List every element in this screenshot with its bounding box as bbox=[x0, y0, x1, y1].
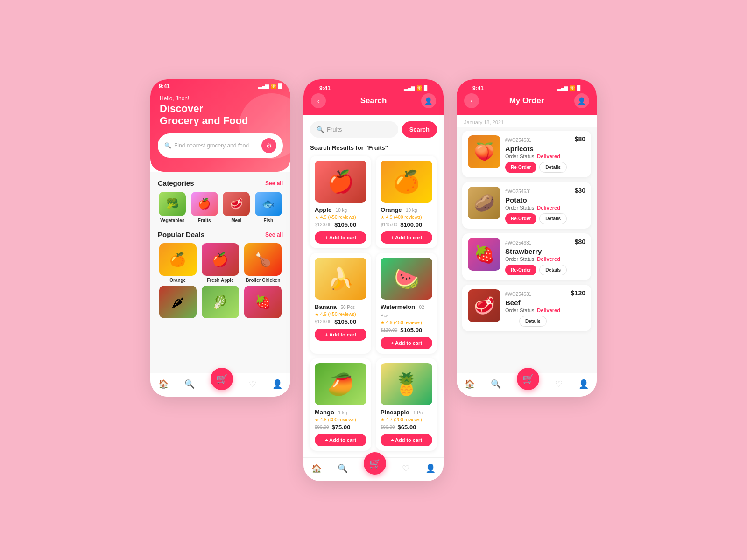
popular-orange[interactable]: 🍊 Orange bbox=[158, 243, 197, 283]
search-body: 🔍 Fruits Search Search Results for "Frui… bbox=[303, 115, 444, 457]
categories-grid: 🥦 Vegetables 🍎 Fruits 🥩 Meal 🐟 Fish bbox=[158, 192, 283, 223]
product-img-pineapple: 🍍 bbox=[381, 363, 432, 405]
order-profile-button[interactable]: 👤 bbox=[574, 93, 589, 108]
nav-wishlist-1[interactable]: ♡ bbox=[249, 379, 256, 389]
categories-header: Categories See all bbox=[158, 179, 283, 187]
nav-wishlist-2[interactable]: ♡ bbox=[402, 463, 409, 474]
signal-icon-3: ▂▄▆ bbox=[557, 85, 568, 91]
nav-cart-2[interactable]: 🛒 bbox=[364, 452, 386, 475]
nav-profile-1[interactable]: 👤 bbox=[272, 379, 282, 389]
nav-cart-3[interactable]: 🛒 bbox=[517, 368, 539, 390]
order-name-strawberry: Strawberry bbox=[505, 247, 585, 255]
details-strawberry[interactable]: Details bbox=[539, 265, 567, 275]
nav-home-2[interactable]: 🏠 bbox=[311, 463, 322, 474]
product-rating-orange: ★ 4.9 (400 reviews) bbox=[381, 215, 432, 220]
wifi-icon-3: 🛜 bbox=[570, 85, 575, 91]
filter-button[interactable]: ⚙ bbox=[261, 138, 276, 153]
popular-cabbage[interactable]: 🥬 bbox=[200, 286, 240, 320]
category-fruits[interactable]: 🍎 Fruits bbox=[190, 192, 219, 223]
add-cart-mango[interactable]: + Add to cart bbox=[315, 434, 366, 446]
product-watermelon: 🍉 Watermelon 02 Pcs ★ 4.9 (450 reviews) … bbox=[376, 253, 437, 354]
reorder-apricots[interactable]: Re-Order bbox=[505, 162, 536, 173]
category-label-meat: Meal bbox=[231, 218, 241, 223]
profile-icon-2: 👤 bbox=[424, 97, 432, 105]
search-input-value: Fruits bbox=[327, 126, 342, 133]
details-potato[interactable]: Details bbox=[539, 213, 567, 224]
signal-icon-2: ▂▄▆ bbox=[404, 85, 415, 91]
product-rating-mango: ★ 4.8 (300 reviews) bbox=[315, 417, 366, 422]
product-img-orange: 🍊 bbox=[381, 161, 432, 203]
add-cart-watermelon[interactable]: + Add to cart bbox=[381, 337, 432, 349]
heart-icon-3: ♡ bbox=[555, 379, 563, 389]
popular-chicken[interactable]: 🍗 Broiler Chicken bbox=[243, 243, 283, 283]
status-bar-3: 9:41 ▂▄▆ 🛜 ▉ bbox=[464, 81, 589, 93]
search-input-box[interactable]: 🔍 Fruits bbox=[310, 121, 398, 138]
back-icon-2: ‹ bbox=[317, 97, 320, 105]
product-rating-watermelon: ★ 4.9 (450 reviews) bbox=[381, 320, 432, 325]
product-img-apple: 🍎 bbox=[315, 161, 366, 203]
home-header: 9:41 ▂▄▆ 🛜 ▉ Hello, Jhon! Discover Groce… bbox=[150, 79, 290, 172]
order-price-beef: $120 bbox=[571, 289, 585, 297]
battery-icon: ▉ bbox=[278, 84, 282, 89]
search-profile-button[interactable]: 👤 bbox=[421, 93, 436, 108]
popular-strawberry[interactable]: 🍓 bbox=[243, 286, 283, 320]
order-info-potato: #WO254631 $30 Potato Order Status Delive… bbox=[505, 187, 585, 224]
search-placeholder: Find nearest grocery and food bbox=[174, 142, 249, 149]
popular-label-chicken: Broiler Chicken bbox=[246, 278, 280, 283]
order-img-apricots: 🍑 bbox=[468, 135, 500, 168]
search-input-row: 🔍 Fruits Search bbox=[310, 121, 437, 138]
search-icon-small: 🔍 bbox=[164, 142, 171, 149]
reorder-strawberry[interactable]: Re-Order bbox=[505, 265, 536, 275]
nav-home-3[interactable]: 🏠 bbox=[465, 379, 475, 389]
order-card-apricots: 🍑 #WO254631 $80 Apricots Order Status De… bbox=[462, 131, 591, 177]
signal-icon: ▂▄▆ bbox=[258, 84, 269, 89]
product-mango: 🥭 Mango 1 kg ★ 4.8 (300 reviews) $90.00 … bbox=[310, 358, 371, 451]
reorder-potato[interactable]: Re-Order bbox=[505, 213, 536, 224]
order-back-button[interactable]: ‹ bbox=[464, 93, 479, 108]
popular-see-all[interactable]: See all bbox=[265, 231, 283, 238]
add-cart-banana[interactable]: + Add to cart bbox=[315, 329, 366, 341]
product-apple: 🍎 Apple 10 kg ★ 4.9 (450 reviews) $120.0… bbox=[310, 156, 371, 248]
order-price-strawberry: $80 bbox=[575, 238, 585, 245]
greeting: Hello, Jhon! bbox=[160, 95, 281, 102]
home-icon-2: 🏠 bbox=[311, 463, 322, 474]
status-icons-3: ▂▄▆ 🛜 ▉ bbox=[557, 85, 581, 91]
add-cart-orange[interactable]: + Add to cart bbox=[381, 231, 432, 244]
search-bar-left: 🔍 Find nearest grocery and food bbox=[164, 142, 249, 149]
details-beef[interactable]: Details bbox=[519, 316, 547, 327]
nav-wishlist-3[interactable]: ♡ bbox=[555, 379, 563, 389]
product-name-watermelon: Watermelon 02 Pcs bbox=[381, 302, 432, 319]
home-search-bar[interactable]: 🔍 Find nearest grocery and food ⚙ bbox=[158, 133, 283, 158]
home-icon-1: 🏠 bbox=[158, 379, 169, 389]
battery-icon-2: ▉ bbox=[424, 85, 428, 91]
search-button[interactable]: Search bbox=[402, 121, 437, 138]
popular-peppers[interactable]: 🌶 bbox=[158, 286, 197, 320]
nav-search-3[interactable]: 🔍 bbox=[491, 379, 501, 389]
popular-img-chicken: 🍗 bbox=[244, 243, 282, 276]
add-cart-pineapple[interactable]: + Add to cart bbox=[381, 434, 432, 446]
order-info-apricots: #WO254631 $80 Apricots Order Status Deli… bbox=[505, 135, 585, 173]
category-meat[interactable]: 🥩 Meal bbox=[222, 192, 251, 223]
details-apricots[interactable]: Details bbox=[539, 162, 567, 173]
home-icon-3: 🏠 bbox=[465, 379, 475, 389]
search-back-button[interactable]: ‹ bbox=[311, 93, 326, 108]
order-btns-apricots: Re-Order Details bbox=[505, 162, 585, 173]
profile-icon-3: 👤 bbox=[578, 97, 585, 105]
order-body: 🍑 #WO254631 $80 Apricots Order Status De… bbox=[457, 127, 597, 373]
nav-search-1[interactable]: 🔍 bbox=[184, 379, 195, 389]
nav-cart-1[interactable]: 🛒 bbox=[211, 368, 233, 390]
category-fish[interactable]: 🐟 Fish bbox=[254, 192, 283, 223]
product-price-pineapple: $80.00 $65.00 bbox=[381, 424, 432, 431]
popular-apple[interactable]: 🍎 Fresh Apple bbox=[200, 243, 240, 283]
nav-profile-2-nav[interactable]: 👤 bbox=[425, 463, 436, 474]
nav-search-2[interactable]: 🔍 bbox=[338, 463, 348, 474]
nav-profile-3[interactable]: 👤 bbox=[578, 379, 589, 389]
category-vegetables[interactable]: 🥦 Vegetables bbox=[158, 192, 187, 223]
results-label: Search Results for "Fruits" bbox=[310, 144, 437, 151]
product-price-watermelon: $129.00 $105.00 bbox=[381, 327, 432, 334]
status-bar-1: 9:41 ▂▄▆ 🛜 ▉ bbox=[150, 79, 290, 91]
nav-home-1[interactable]: 🏠 bbox=[158, 379, 169, 389]
categories-see-all[interactable]: See all bbox=[265, 180, 283, 187]
add-cart-apple[interactable]: + Add to cart bbox=[315, 231, 366, 244]
phone-home: 9:41 ▂▄▆ 🛜 ▉ Hello, Jhon! Discover Groce… bbox=[150, 79, 290, 397]
